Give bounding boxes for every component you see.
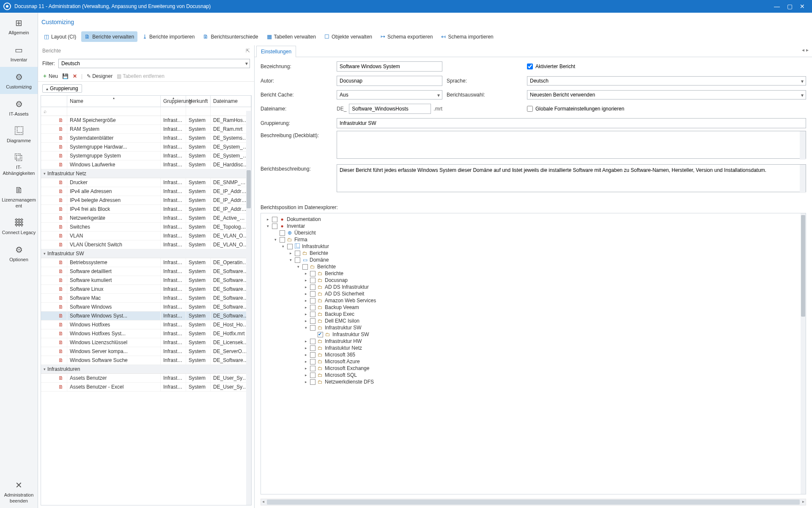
textarea-beschreibung[interactable] (337, 164, 806, 192)
input-autor[interactable] (337, 76, 442, 86)
tree-toggle-icon[interactable]: ▸ (303, 319, 308, 323)
group-row[interactable]: Infrastrukturen (41, 365, 251, 374)
grouping-chip[interactable]: Gruppierung (42, 84, 82, 93)
tree-node[interactable]: ▾ ▭ Domäne (263, 257, 804, 263)
tree-node[interactable]: ▾ 🗀 Infrastruktur SW (263, 324, 804, 331)
tree-checkbox[interactable] (310, 271, 315, 276)
tree-toggle-icon[interactable]: ▸ (303, 271, 308, 276)
input-dateiname[interactable] (349, 104, 431, 114)
tree-checkbox[interactable] (272, 224, 277, 229)
maximize-button[interactable]: ▢ (783, 3, 796, 10)
table-row[interactable]: 🗎 RAM Speichergröße Infrastruk... System… (41, 116, 251, 125)
col-origin[interactable]: Herkunft (186, 96, 211, 107)
table-row[interactable]: 🗎 Switches Infrastruk... System DE_Topol… (41, 223, 251, 232)
group-row[interactable]: Infrastruktur SW (41, 249, 251, 258)
tree-toggle-icon[interactable]: ▸ (303, 380, 308, 384)
table-row[interactable]: 🗎 Software Mac Infrastruk... System DE_S… (41, 294, 251, 303)
tree-checkbox[interactable] (287, 244, 293, 249)
tree-checkbox[interactable] (310, 325, 315, 331)
table-row[interactable]: 🗎 Software Windows Infrastruk... System … (41, 303, 251, 312)
tree-node[interactable]: ▸ 🗀 AD DS Sicherheit (263, 290, 804, 297)
toolbar-schema-importieren[interactable]: ↤Schema importieren (438, 31, 497, 42)
table-row[interactable]: 🗎 Windows Hotfixes Infrastruk... System … (41, 320, 251, 329)
table-row[interactable]: 🗎 Drucker Infrastruk... System DE_SNMP_N… (41, 178, 251, 187)
tree-node[interactable]: ▸ ● Dokumentation (263, 216, 804, 223)
table-row[interactable]: 🗎 IPv4 belegte Adressen Infrastruk... Sy… (41, 196, 251, 205)
grid-scrollbar[interactable] (246, 111, 251, 505)
tree-node[interactable]: ▾ ⿺ Infrastruktur (263, 243, 804, 250)
tab-next-icon[interactable]: ▸ (806, 47, 809, 55)
tree-checkbox[interactable] (318, 332, 323, 337)
tree-toggle-icon[interactable]: ▾ (280, 244, 285, 248)
tree-node[interactable]: ⊕ Übersicht (263, 229, 804, 236)
checkbox-globale[interactable] (527, 106, 533, 112)
tree-toggle-icon[interactable]: ▾ (288, 258, 293, 262)
tree-node[interactable]: ▸ 🗀 Backup Exec (263, 311, 804, 318)
pin-icon[interactable]: ⇱ (246, 48, 250, 54)
tree-node[interactable]: ▸ 🗀 Amazon Web Services (263, 297, 804, 304)
input-gruppierung[interactable] (337, 118, 806, 128)
tree-checkbox[interactable] (310, 379, 315, 385)
tree-toggle-icon[interactable]: ▸ (303, 353, 308, 357)
tree-scrollbar[interactable] (801, 213, 806, 494)
tree-node[interactable]: ▸ 🗀 Infrastruktur HW (263, 338, 804, 345)
tree-node[interactable]: ▾ 🗀 Berichte (263, 263, 804, 270)
tree-checkbox[interactable] (310, 339, 315, 344)
toolbar-objekte-verwalten[interactable]: ☐Objekte verwalten (321, 31, 376, 42)
table-row[interactable]: 🗎 Windows Server kompa... Infrastruk... … (41, 347, 251, 356)
tree-checkbox[interactable] (310, 284, 315, 290)
horizontal-scrollbar[interactable] (261, 499, 806, 505)
tree-checkbox[interactable] (310, 359, 315, 364)
select-auswahl[interactable]: Neuesten Bericht verwenden (527, 90, 806, 99)
tree-toggle-icon[interactable]: ▸ (303, 373, 308, 377)
col-name[interactable]: ▴Name (67, 96, 161, 107)
tree-toggle-icon[interactable]: ▸ (265, 217, 270, 221)
tree-toggle-icon[interactable]: ▸ (303, 366, 308, 370)
delete-button[interactable]: ✕ (73, 73, 77, 79)
tree-node[interactable]: ▸ 🗀 Dell EMC Isilon (263, 318, 804, 324)
table-row[interactable]: 🗎 IPv4 alle Adressen Infrastruk... Syste… (41, 187, 251, 196)
tree-checkbox[interactable] (310, 352, 315, 358)
select-sprache[interactable]: Deutsch (527, 76, 806, 86)
tree-toggle-icon[interactable]: ▸ (303, 292, 308, 296)
save-button[interactable]: 💾 (62, 73, 69, 79)
checkbox-aktiv[interactable] (527, 64, 533, 69)
tree-checkbox[interactable] (280, 237, 285, 243)
col-filename[interactable]: Dateiname (211, 96, 251, 107)
tree-node[interactable]: ▸ 🗀 Microsoft SQL (263, 372, 804, 378)
tree-toggle-icon[interactable]: ▾ (273, 237, 278, 242)
filter-her[interactable] (186, 107, 211, 116)
tree-checkbox[interactable] (310, 366, 315, 371)
minimize-button[interactable]: ― (771, 3, 783, 10)
tree-node[interactable]: 🗀 Infrastruktur SW (263, 331, 804, 338)
tree-node[interactable]: ▾ ● Inventar (263, 223, 804, 229)
filter-select[interactable]: Deutsch (58, 59, 250, 68)
tree-node[interactable]: ▸ 🗀 Docusnap (263, 277, 804, 284)
table-row[interactable]: 🗎 Software Windows Syst... Infrastruk...… (41, 312, 251, 320)
tree-checkbox[interactable] (310, 373, 315, 378)
scrollbar[interactable] (800, 165, 806, 193)
sidebar-item-customizing[interactable]: ⚙Customizing (0, 67, 38, 94)
scrollbar[interactable] (800, 131, 806, 160)
table-row[interactable]: 🗎 Systemgruppe System Infrastruk... Syst… (41, 152, 251, 160)
tree-node[interactable]: ▸ 🗀 Infrastuktur Netz (263, 345, 804, 351)
group-row[interactable]: Infrastruktur Netz (41, 169, 251, 178)
select-cache[interactable]: Aus (337, 90, 442, 99)
new-button[interactable]: ＋Neu (42, 72, 58, 80)
table-row[interactable]: 🗎 Betriebssysteme Infrastruk... System D… (41, 258, 251, 267)
table-row[interactable]: 🗎 Software Linux Infrastruk... System DE… (41, 285, 251, 294)
table-row[interactable]: 🗎 RAM System Infrastruk... System DE_Ram… (41, 125, 251, 134)
remove-tables-button[interactable]: ▥ Tabellen entfernen (117, 73, 165, 79)
table-row[interactable]: 🗎 Software detailliert Infrastruk... Sys… (41, 267, 251, 276)
tree-node[interactable]: ▾ 🗀 Firma (263, 236, 804, 243)
col-group[interactable]: ▴Gruppierung (161, 96, 186, 107)
tree-checkbox[interactable] (310, 291, 315, 297)
toolbar-schema-exportieren[interactable]: ↦Schema exportieren (377, 31, 436, 42)
input-bezeichnung[interactable] (337, 61, 442, 72)
tree-toggle-icon[interactable]: ▾ (296, 265, 301, 269)
tree-toggle-icon[interactable]: ▸ (303, 346, 308, 350)
tree-toggle-icon[interactable]: ▸ (303, 312, 308, 316)
table-row[interactable]: 🗎 Systemdatenblätter Infrastruk... Syste… (41, 134, 251, 143)
table-row[interactable]: 🗎 Systemgruppe Hardwar... Infrastruk... … (41, 143, 251, 152)
tree-checkbox[interactable] (310, 305, 315, 310)
